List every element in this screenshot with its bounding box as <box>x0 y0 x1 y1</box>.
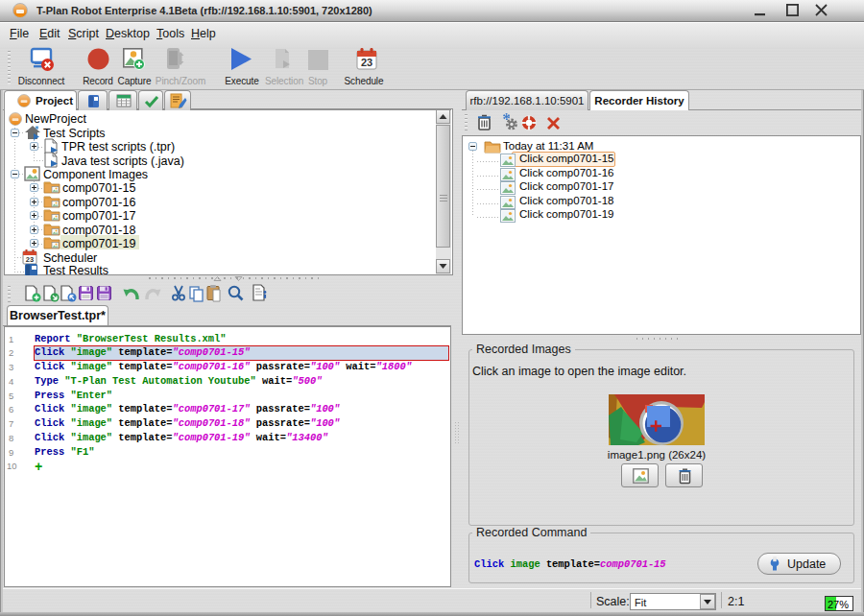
svg-text:23: 23 <box>361 57 372 68</box>
